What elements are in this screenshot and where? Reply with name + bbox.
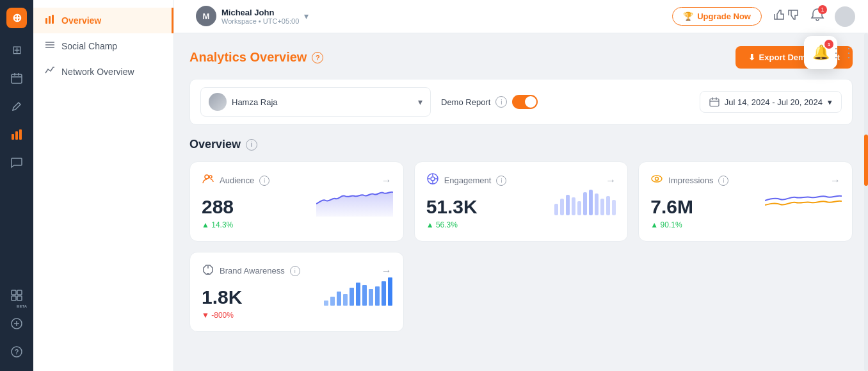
overview-info-icon: i [246,139,257,151]
svg-rect-51 [350,288,354,306]
svg-rect-38 [577,201,581,215]
sidebar-item-network-overview[interactable]: Network Overview [33,59,173,85]
brand-awareness-label: Brand Awareness [220,266,285,276]
demo-info-icon: i [495,96,507,108]
impressions-change: ▲ 90.1% [650,220,840,229]
bottom-metrics-grid: Brand Awareness i → 1.8K ▼ -800% [189,252,853,332]
workspace-name: Micheal John [221,8,299,17]
sidebar: ⊕ ⊞ BETA ? [0,0,33,371]
sidebar-item-social-champ[interactable]: Social Champ [33,33,173,59]
brand-awareness-change: ▼ -800% [202,311,392,320]
dashboard-icon[interactable]: ⊞ [5,38,28,62]
svg-rect-42 [600,199,604,215]
page-title: Analytics Overview ? [189,50,323,65]
audience-chart [316,185,393,219]
demo-report-control: Demo Report i [441,95,538,109]
engagement-change: ▲ 56.3% [426,220,616,229]
audience-up-icon: ▲ [202,220,209,229]
svg-rect-37 [572,197,575,215]
brand-chart [323,275,393,309]
svg-rect-0 [12,74,22,83]
overview-icon [45,14,55,27]
svg-rect-10 [17,296,22,301]
svg-rect-50 [343,294,348,306]
sidebar-item-overview[interactable]: Overview [33,8,173,33]
svg-rect-9 [12,296,16,301]
audience-info-icon: i [259,176,269,186]
brand-awareness-card: Brand Awareness i → 1.8K ▼ -800% [189,252,404,332]
grid-dots-icon[interactable]: ⋮⋮ [830,45,855,60]
engagement-info-icon: i [496,176,506,186]
svg-rect-47 [324,301,328,306]
impressions-card: Impressions i → 7.6M ▲ 90.1% [638,161,853,242]
svg-rect-43 [606,196,610,215]
social-champ-label: Social Champ [61,41,117,51]
app-logo[interactable]: ⊕ [6,8,27,28]
help-circle-icon[interactable]: ? [312,52,323,63]
svg-point-46 [655,177,659,181]
page-header: Analytics Overview ? ⬇ Export Demo Repor… [189,46,853,69]
date-range-text: Jul 14, 2024 - Jul 20, 2024 [725,97,823,107]
nav-panel: Overview Social Champ Network Overview [33,0,174,371]
workspace-selector[interactable]: M Micheal John Workspace • UTC+05:00 ▾ [187,0,317,33]
overview-section-title: Overview i [189,138,853,151]
scroll-indicator [864,33,868,371]
messages-icon[interactable] [5,151,28,174]
download-icon: ⬇ [748,53,755,62]
main-content: M Micheal John Workspace • UTC+05:00 ▾ 🏆… [174,0,868,371]
svg-rect-8 [17,290,22,295]
svg-rect-16 [45,18,47,24]
engagement-up-icon: ▲ [426,220,434,229]
demo-report-label: Demo Report [441,97,490,107]
brand-down-icon: ▼ [202,311,209,320]
audience-icon [202,172,214,188]
overview-label: Overview [61,15,101,26]
svg-rect-39 [583,192,587,215]
svg-rect-41 [595,194,599,215]
network-overview-label: Network Overview [61,67,134,77]
notifications-button[interactable]: 1 [810,8,824,25]
nav-items: Overview Social Champ Network Overview [33,0,173,92]
workspace-subtitle: Workspace • UTC+05:00 [221,17,299,25]
svg-rect-49 [337,292,341,306]
calendar-icon[interactable] [5,67,28,90]
profile-avatar [209,93,227,111]
engagement-chart [553,185,617,219]
svg-rect-6 [19,129,22,140]
audience-label: Audience [220,176,254,185]
scroll-thumb [864,135,868,186]
impressions-info-icon: i [718,176,728,186]
beta-stats-icon[interactable]: BETA [5,284,28,307]
upgrade-button[interactable]: 🏆 Upgrade Now [672,7,762,26]
profile-name: Hamza Raja [232,97,320,107]
svg-point-29 [431,177,435,181]
notification-count: 1 [818,5,827,14]
help-icon[interactable]: ? [5,340,28,363]
calendar-icon [709,97,719,107]
svg-rect-56 [382,281,386,306]
svg-rect-4 [12,134,14,140]
like-dislike-icons[interactable] [772,8,800,25]
svg-rect-57 [388,277,392,306]
svg-rect-35 [560,199,564,215]
demo-report-toggle-switch[interactable] [512,95,538,109]
trophy-icon: 🏆 [683,12,693,21]
analytics-icon[interactable] [5,123,28,146]
date-range-picker[interactable]: Jul 14, 2024 - Jul 20, 2024 ▾ [700,91,842,113]
user-avatar[interactable] [835,6,855,27]
filter-bar: Hamza Raja ▾ Demo Report i Jul 14, 2024 … [189,79,853,125]
engagement-icon [426,172,439,188]
audience-card: Audience i → 288 ▲ 14.3% [189,161,404,242]
top-header: M Micheal John Workspace • UTC+05:00 ▾ 🏆… [174,0,868,33]
date-chevron-icon: ▾ [828,97,832,107]
svg-rect-18 [52,15,54,24]
profile-selector[interactable]: Hamza Raja ▾ [200,87,431,117]
social-champ-icon [45,40,55,53]
add-icon[interactable] [5,312,28,335]
workspace-info: Micheal John Workspace • UTC+05:00 [221,8,299,25]
header-right: 🏆 Upgrade Now 1 [672,6,855,27]
svg-rect-7 [12,290,16,295]
compose-icon[interactable] [5,95,28,118]
svg-point-45 [652,176,662,182]
svg-rect-52 [356,283,360,306]
